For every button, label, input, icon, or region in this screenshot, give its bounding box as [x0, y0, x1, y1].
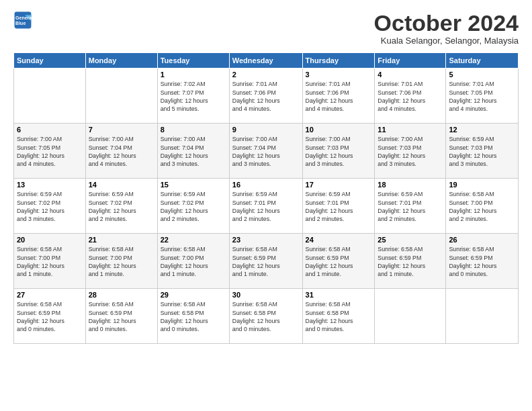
day-number: 2	[232, 71, 300, 79]
day-cell: 9Sunrise: 7:00 AM Sunset: 7:04 PM Daylig…	[229, 124, 302, 179]
day-info: Sunrise: 6:58 AM Sunset: 7:00 PM Dayligh…	[89, 245, 154, 278]
day-number: 18	[378, 181, 443, 189]
week-row-4: 20Sunrise: 6:58 AM Sunset: 7:00 PM Dayli…	[14, 234, 519, 289]
logo: General Blue	[13, 11, 34, 30]
col-tuesday: Tuesday	[157, 53, 229, 68]
day-number: 14	[89, 181, 154, 189]
day-cell: 24Sunrise: 6:58 AM Sunset: 6:59 PM Dayli…	[302, 234, 375, 289]
svg-text:Blue: Blue	[15, 21, 26, 26]
day-number: 24	[306, 236, 372, 244]
day-number: 15	[161, 181, 226, 189]
day-cell: 27Sunrise: 6:58 AM Sunset: 6:59 PM Dayli…	[14, 289, 86, 344]
day-info: Sunrise: 7:01 AM Sunset: 7:06 PM Dayligh…	[378, 80, 443, 113]
day-cell	[375, 289, 446, 344]
day-info: Sunrise: 6:58 AM Sunset: 6:59 PM Dayligh…	[449, 245, 515, 278]
day-info: Sunrise: 6:58 AM Sunset: 6:59 PM Dayligh…	[232, 245, 300, 278]
day-number: 5	[449, 71, 515, 79]
day-number: 21	[89, 236, 154, 244]
day-number: 11	[378, 126, 443, 134]
day-info: Sunrise: 6:58 AM Sunset: 7:00 PM Dayligh…	[161, 245, 226, 278]
col-monday: Monday	[85, 53, 157, 68]
day-info: Sunrise: 7:02 AM Sunset: 7:07 PM Dayligh…	[161, 80, 226, 113]
day-info: Sunrise: 6:58 AM Sunset: 6:59 PM Dayligh…	[17, 300, 83, 333]
day-info: Sunrise: 6:59 AM Sunset: 7:01 PM Dayligh…	[306, 190, 372, 223]
header-row: Sunday Monday Tuesday Wednesday Thursday…	[14, 53, 519, 68]
day-cell: 30Sunrise: 6:58 AM Sunset: 6:58 PM Dayli…	[229, 289, 302, 344]
day-number: 23	[232, 236, 300, 244]
week-row-1: 1Sunrise: 7:02 AM Sunset: 7:07 PM Daylig…	[14, 68, 519, 124]
title-block: October 2024 Kuala Selangor, Selangor, M…	[374, 11, 519, 46]
day-number: 6	[17, 126, 83, 134]
day-cell: 16Sunrise: 6:59 AM Sunset: 7:01 PM Dayli…	[229, 179, 302, 234]
day-number: 7	[89, 126, 154, 134]
day-info: Sunrise: 6:58 AM Sunset: 7:00 PM Dayligh…	[17, 245, 83, 278]
day-info: Sunrise: 7:00 AM Sunset: 7:04 PM Dayligh…	[161, 135, 226, 168]
day-cell: 18Sunrise: 6:59 AM Sunset: 7:01 PM Dayli…	[375, 179, 446, 234]
day-cell: 10Sunrise: 7:00 AM Sunset: 7:03 PM Dayli…	[302, 124, 375, 179]
day-info: Sunrise: 6:58 AM Sunset: 6:59 PM Dayligh…	[378, 245, 443, 278]
col-saturday: Saturday	[446, 53, 519, 68]
col-wednesday: Wednesday	[229, 53, 302, 68]
day-number: 22	[161, 236, 226, 244]
day-cell: 19Sunrise: 6:58 AM Sunset: 7:00 PM Dayli…	[446, 179, 519, 234]
month-title: October 2024	[374, 11, 519, 36]
day-cell: 20Sunrise: 6:58 AM Sunset: 7:00 PM Dayli…	[14, 234, 86, 289]
day-number: 1	[161, 71, 226, 79]
day-number: 13	[17, 181, 83, 189]
calendar-header: Sunday Monday Tuesday Wednesday Thursday…	[14, 53, 519, 68]
day-number: 31	[306, 291, 372, 299]
day-cell: 26Sunrise: 6:58 AM Sunset: 6:59 PM Dayli…	[446, 234, 519, 289]
day-cell: 6Sunrise: 7:00 AM Sunset: 7:05 PM Daylig…	[14, 124, 86, 179]
day-cell: 21Sunrise: 6:58 AM Sunset: 7:00 PM Dayli…	[85, 234, 157, 289]
day-number: 10	[306, 126, 372, 134]
calendar-body: 1Sunrise: 7:02 AM Sunset: 7:07 PM Daylig…	[14, 68, 519, 344]
day-info: Sunrise: 6:58 AM Sunset: 6:58 PM Dayligh…	[232, 300, 300, 333]
day-info: Sunrise: 6:59 AM Sunset: 7:02 PM Dayligh…	[17, 190, 83, 223]
day-number: 28	[89, 291, 154, 299]
day-cell: 15Sunrise: 6:59 AM Sunset: 7:02 PM Dayli…	[157, 179, 229, 234]
day-number: 9	[232, 126, 300, 134]
day-number: 3	[306, 71, 372, 79]
day-info: Sunrise: 7:00 AM Sunset: 7:03 PM Dayligh…	[306, 135, 372, 168]
day-cell: 13Sunrise: 6:59 AM Sunset: 7:02 PM Dayli…	[14, 179, 86, 234]
day-info: Sunrise: 6:58 AM Sunset: 6:59 PM Dayligh…	[89, 300, 154, 333]
day-cell: 11Sunrise: 7:00 AM Sunset: 7:03 PM Dayli…	[375, 124, 446, 179]
day-number: 12	[449, 126, 515, 134]
day-number: 29	[161, 291, 226, 299]
day-cell: 4Sunrise: 7:01 AM Sunset: 7:06 PM Daylig…	[375, 68, 446, 124]
day-number: 19	[449, 181, 515, 189]
day-info: Sunrise: 6:58 AM Sunset: 7:00 PM Dayligh…	[449, 190, 515, 223]
header: General Blue October 2024 Kuala Selangor…	[13, 11, 519, 46]
day-info: Sunrise: 6:58 AM Sunset: 6:58 PM Dayligh…	[306, 300, 372, 333]
week-row-5: 27Sunrise: 6:58 AM Sunset: 6:59 PM Dayli…	[14, 289, 519, 344]
logo-icon: General Blue	[13, 11, 32, 30]
day-cell: 31Sunrise: 6:58 AM Sunset: 6:58 PM Dayli…	[302, 289, 375, 344]
page: General Blue October 2024 Kuala Selangor…	[0, 0, 532, 411]
location: Kuala Selangor, Selangor, Malaysia	[374, 36, 519, 46]
day-info: Sunrise: 7:01 AM Sunset: 7:05 PM Dayligh…	[449, 80, 515, 113]
day-cell: 29Sunrise: 6:58 AM Sunset: 6:58 PM Dayli…	[157, 289, 229, 344]
day-number: 20	[17, 236, 83, 244]
col-sunday: Sunday	[14, 53, 86, 68]
day-cell: 14Sunrise: 6:59 AM Sunset: 7:02 PM Dayli…	[85, 179, 157, 234]
day-info: Sunrise: 7:00 AM Sunset: 7:03 PM Dayligh…	[378, 135, 443, 168]
day-cell	[446, 289, 519, 344]
day-info: Sunrise: 7:00 AM Sunset: 7:04 PM Dayligh…	[89, 135, 154, 168]
day-info: Sunrise: 7:00 AM Sunset: 7:05 PM Dayligh…	[17, 135, 83, 168]
calendar-table: Sunday Monday Tuesday Wednesday Thursday…	[13, 52, 519, 344]
day-info: Sunrise: 6:59 AM Sunset: 7:02 PM Dayligh…	[89, 190, 154, 223]
day-info: Sunrise: 6:58 AM Sunset: 6:58 PM Dayligh…	[161, 300, 226, 333]
col-friday: Friday	[375, 53, 446, 68]
day-number: 25	[378, 236, 443, 244]
day-cell: 12Sunrise: 6:59 AM Sunset: 7:03 PM Dayli…	[446, 124, 519, 179]
day-cell: 22Sunrise: 6:58 AM Sunset: 7:00 PM Dayli…	[157, 234, 229, 289]
day-number: 16	[232, 181, 300, 189]
day-number: 8	[161, 126, 226, 134]
day-number: 26	[449, 236, 515, 244]
day-info: Sunrise: 6:59 AM Sunset: 7:03 PM Dayligh…	[449, 135, 515, 168]
week-row-3: 13Sunrise: 6:59 AM Sunset: 7:02 PM Dayli…	[14, 179, 519, 234]
day-cell: 3Sunrise: 7:01 AM Sunset: 7:06 PM Daylig…	[302, 68, 375, 124]
col-thursday: Thursday	[302, 53, 375, 68]
day-cell: 17Sunrise: 6:59 AM Sunset: 7:01 PM Dayli…	[302, 179, 375, 234]
day-info: Sunrise: 6:58 AM Sunset: 6:59 PM Dayligh…	[306, 245, 372, 278]
